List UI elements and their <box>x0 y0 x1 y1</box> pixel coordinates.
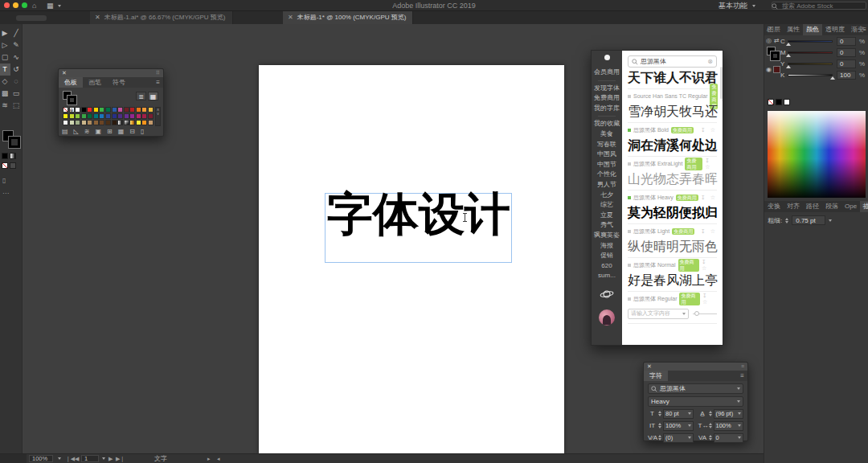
swatch[interactable] <box>124 113 129 119</box>
swatch[interactable] <box>148 107 154 113</box>
font-family-value[interactable]: 思源黑体 <box>660 384 735 393</box>
swatch[interactable] <box>75 113 80 119</box>
font-family-field[interactable]: 思源黑体 <box>648 383 743 394</box>
field-chevron-icon[interactable] <box>738 436 741 439</box>
rectangle-tool-icon[interactable]: ▢ <box>0 51 10 64</box>
leading-field[interactable]: (96 pt) <box>714 409 744 419</box>
swatch[interactable] <box>93 107 99 113</box>
font-size-field-stepper[interactable] <box>658 411 661 416</box>
swatch[interactable] <box>63 107 68 113</box>
shape-tool-icon[interactable]: ◇ <box>0 76 10 88</box>
stock-search-input[interactable]: 搜索 Adobe Stock <box>772 2 866 10</box>
tracking-field[interactable]: 0 <box>714 433 744 443</box>
favorite-icon[interactable]: ↧ ☆ <box>702 293 717 305</box>
more-tools-icon[interactable]: ⋯ <box>2 190 10 197</box>
last-artboard-icon[interactable]: ▶❘ <box>116 454 125 463</box>
slider-track[interactable] <box>788 51 833 54</box>
tracking-field-stepper[interactable] <box>709 435 712 440</box>
swatch[interactable] <box>129 120 135 125</box>
draw-mode-button[interactable] <box>10 162 16 169</box>
sidebar-item-个性化[interactable]: 个性化 <box>597 170 616 180</box>
pen-tool-icon[interactable]: ╱ <box>11 27 22 39</box>
sidebar-item-我的收藏[interactable]: 我的收藏 <box>594 119 620 129</box>
tab-符号[interactable]: 符号 <box>107 77 131 88</box>
rotate-tool-icon[interactable]: ↺ <box>11 64 22 76</box>
limit-color-icon[interactable]: ◎ <box>766 37 772 45</box>
swatch[interactable] <box>129 107 135 113</box>
tab-段落[interactable]: 段落 <box>822 201 841 212</box>
font-list-item[interactable]: Source Han Sans TC Regular免费商用↧ ☆雪净胡天牧马还 <box>628 91 717 123</box>
field-chevron-icon[interactable] <box>738 424 741 427</box>
color-button[interactable] <box>2 153 8 159</box>
sidebar-item-促销[interactable]: 促销 <box>600 251 613 261</box>
stroke-color-swatch[interactable] <box>68 96 76 104</box>
swatch[interactable] <box>112 107 117 113</box>
slider-track[interactable] <box>788 40 833 43</box>
hellofont-logo-icon[interactable] <box>604 55 610 60</box>
paintbrush-tool-icon[interactable]: ∿ <box>11 51 22 64</box>
swatch[interactable] <box>63 120 68 125</box>
workspace-switcher[interactable]: 基本功能 <box>719 0 747 11</box>
delete-swatch-icon[interactable]: ▯ <box>141 128 144 135</box>
sidebar-item-中国风[interactable]: 中国风 <box>597 150 616 160</box>
planet-icon[interactable] <box>600 288 614 302</box>
preview-text-input[interactable]: 请输入文字内容 <box>628 309 689 319</box>
font-list-item[interactable]: 思源黑体 Heavy免费商用↧ ☆莫为轻阴便拟归 <box>628 192 717 224</box>
vertical-scale-field[interactable]: 100% <box>663 421 694 431</box>
font-list-item[interactable]: 天下谁人不识君 <box>628 68 717 89</box>
sidebar-item-七夕[interactable]: 七夕 <box>600 191 613 201</box>
swatch[interactable] <box>99 113 104 119</box>
panel-menu-icon[interactable]: ≡ <box>862 201 866 212</box>
swatch[interactable] <box>148 120 154 125</box>
character-title-bar[interactable]: ✕≡ <box>644 363 747 371</box>
document-tab-1[interactable]: ✕未标题-1.ai* @ 66.67% (CMYK/GPU 预览) <box>90 11 233 24</box>
slider-track[interactable] <box>788 74 833 76</box>
swatches-title-bar[interactable]: ✕⠿ <box>59 69 163 77</box>
swatch[interactable] <box>141 107 147 113</box>
user-avatar[interactable] <box>599 309 615 326</box>
zoom-chevron-icon[interactable] <box>58 457 61 460</box>
artboard-number-field[interactable]: 1 <box>81 455 99 462</box>
zoom-level-field[interactable]: 100% <box>29 455 53 462</box>
field-chevron-icon[interactable] <box>688 424 691 427</box>
close-panel-icon[interactable]: ✕ <box>647 363 652 371</box>
slider-handle[interactable] <box>830 76 835 80</box>
font-list-item[interactable]: 思源黑体 ExtraLight免费商用↧ ☆山光物态弄春晖 <box>628 158 717 191</box>
field-chevron-icon[interactable] <box>688 412 691 415</box>
swatch[interactable] <box>105 120 111 125</box>
font-search-value[interactable]: 思源黑体 <box>641 57 705 66</box>
tab-Ope[interactable]: Ope <box>841 201 860 212</box>
slider-handle[interactable] <box>786 65 791 68</box>
panel-menu-icon[interactable]: ≡ <box>740 371 744 381</box>
tab-对齐[interactable]: 对齐 <box>784 201 803 212</box>
artboard-text[interactable]: 字体设计 <box>327 189 510 239</box>
prev-artboard-icon[interactable]: ◀ <box>75 454 79 463</box>
mesh-tool-icon[interactable]: ▭ <box>11 88 22 100</box>
sidebar-item-620[interactable]: 620 <box>601 261 612 272</box>
first-artboard-icon[interactable]: ❘◀ <box>66 454 75 463</box>
sidebar-item-我的字库[interactable]: 我的字库 <box>594 104 620 114</box>
swap-fill-stroke-icon[interactable]: ⇄ <box>774 37 780 45</box>
font-list-scrollbar[interactable] <box>720 67 723 99</box>
stroke-weight-chevron-icon[interactable] <box>829 219 832 222</box>
stroke-weight-stepper[interactable] <box>785 218 788 223</box>
field-chevron-icon[interactable] <box>738 412 741 415</box>
list-view-icon[interactable]: ≣ <box>136 92 146 100</box>
swatches-fill-stroke[interactable] <box>63 91 77 105</box>
status-expand-icon[interactable]: ▸ <box>207 454 211 463</box>
tab-character[interactable]: 字符 <box>644 371 668 381</box>
slider-handle[interactable] <box>786 54 791 57</box>
slider-track[interactable] <box>788 63 833 65</box>
next-artboard-icon[interactable]: ▶ <box>108 454 113 463</box>
swatch[interactable] <box>87 120 92 125</box>
grid-view-icon[interactable]: ▦ <box>148 92 158 100</box>
swatch[interactable] <box>69 120 75 125</box>
none-swatch[interactable] <box>768 99 774 105</box>
swatch[interactable] <box>129 113 135 119</box>
swatch[interactable] <box>87 113 92 119</box>
sidebar-item-中国节[interactable]: 中国节 <box>597 160 616 170</box>
favorite-icon[interactable]: ↧ ☆ <box>701 195 717 201</box>
registration-icon[interactable]: ◉ <box>766 66 772 74</box>
swatch[interactable] <box>81 107 87 113</box>
black-swatch[interactable] <box>776 99 782 105</box>
